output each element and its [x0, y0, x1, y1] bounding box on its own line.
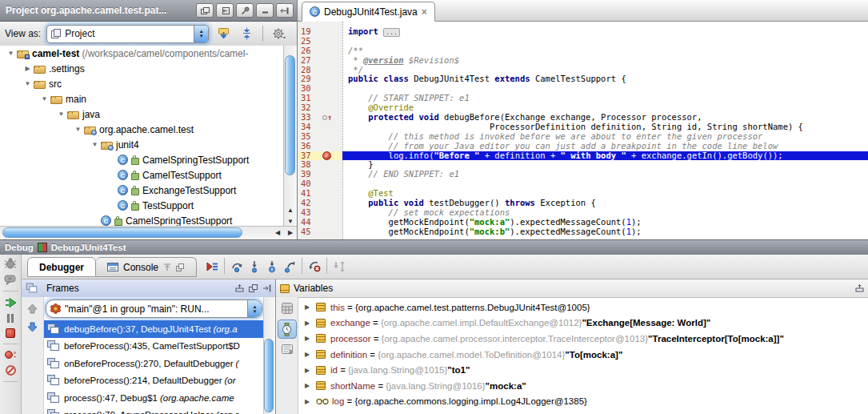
- tab-debugger[interactable]: Debugger: [27, 257, 96, 277]
- tree-expanded-arrow[interactable]: ▼: [89, 141, 101, 148]
- export-icon[interactable]: [163, 263, 171, 271]
- expand-arrow-icon[interactable]: ▶: [305, 351, 316, 358]
- tree-item[interactable]: ▼main: [0, 91, 284, 107]
- editor-tab[interactable]: C DebugJUnit4Test.java ×: [302, 2, 435, 22]
- tree-item[interactable]: CCamelSpringTestSupport: [0, 213, 284, 227]
- float-panel-icon[interactable]: [249, 284, 258, 292]
- line-number[interactable]: 35: [301, 132, 311, 142]
- tree-expanded-arrow[interactable]: ▼: [38, 95, 50, 102]
- project-horizontal-scrollbar[interactable]: ◀ ▶: [0, 226, 297, 239]
- tree-expanded-arrow[interactable]: ▼: [22, 80, 34, 87]
- view-breakpoints-icon[interactable]: [5, 350, 16, 360]
- step-over-icon[interactable]: [228, 257, 246, 276]
- line-number[interactable]: 25: [301, 37, 311, 46]
- scroll-up-button[interactable]: ▲: [284, 204, 297, 215]
- tree-item[interactable]: ▼org.apache.camel.test: [0, 122, 284, 137]
- thread-dropdown[interactable]: "main"@1 in group "main": RUN... ▲▼: [46, 299, 262, 318]
- stop-program-icon[interactable]: [6, 328, 15, 338]
- hide-panel-icon[interactable]: [276, 3, 294, 18]
- code-line[interactable]: 19import ...: [298, 27, 868, 37]
- expand-arrow-icon[interactable]: ▶: [305, 367, 316, 374]
- frame-row[interactable]: debugBefore():37, DebugJUnit4Test (org.a: [44, 320, 264, 338]
- frame-row[interactable]: process():47, Debug$1 (org.apache.came: [44, 389, 264, 407]
- code-line[interactable]: 29public class DebugJUnit4Test extends C…: [298, 74, 868, 84]
- variable-row[interactable]: ▶log = {org.apache.commons.logging.impl.…: [298, 394, 868, 410]
- variable-row[interactable]: ▶id = {java.lang.String@1015}"to1": [298, 362, 868, 378]
- rerun-debug-icon[interactable]: [4, 258, 17, 269]
- close-tab-icon[interactable]: ×: [422, 8, 427, 16]
- expand-arrow-icon[interactable]: ▶: [305, 335, 316, 342]
- variable-row[interactable]: ▶definition = {org.apache.camel.model.To…: [298, 347, 868, 363]
- tree-item[interactable]: CExchangeTestSupport: [0, 183, 284, 198]
- expand-arrow-icon[interactable]: ▶: [305, 398, 316, 405]
- tree-expanded-arrow[interactable]: ▼: [55, 111, 67, 118]
- run-to-cursor-icon[interactable]: [330, 257, 348, 276]
- frame-row[interactable]: process():70, AsyncProcessorHelper (org.…: [44, 407, 264, 414]
- watch-tool-selected[interactable]: [278, 320, 297, 339]
- line-number[interactable]: 27: [301, 56, 311, 66]
- mute-breakpoints-icon[interactable]: [6, 365, 16, 376]
- code-area[interactable]: 19import ...2526/**27 * @version $Revisi…: [298, 22, 868, 239]
- tree-expanded-arrow[interactable]: ▼: [5, 50, 17, 57]
- line-number[interactable]: 44: [301, 218, 311, 227]
- tree-expanded-arrow[interactable]: ▼: [72, 126, 84, 133]
- autoscroll-to-source-icon[interactable]: [214, 25, 232, 42]
- float-window-icon[interactable]: [196, 3, 214, 18]
- line-number[interactable]: 26: [301, 46, 311, 56]
- view-as-dropdown[interactable]: Project ▲▼: [46, 25, 209, 43]
- tree-item[interactable]: CCamelSpringTestSupport: [0, 152, 284, 167]
- tree-collapsed-arrow[interactable]: ▶: [22, 65, 34, 72]
- frame-row[interactable]: beforeProcess():435, CamelTestSupport$D: [44, 338, 264, 356]
- force-step-into-icon[interactable]: [263, 257, 281, 276]
- code-line[interactable]: 27 * @version $Revision$: [298, 56, 868, 66]
- minimize-icon[interactable]: [256, 3, 274, 18]
- evaluate-expression-icon[interactable]: [281, 302, 294, 315]
- code-line[interactable]: 45 getMockEndpoint("mock:b").expectedMes…: [298, 227, 868, 237]
- expand-arrow-icon[interactable]: ▶: [305, 320, 316, 327]
- tree-item[interactable]: ▼junit4: [0, 137, 284, 152]
- show-execution-point-icon[interactable]: [203, 257, 221, 276]
- tree-item[interactable]: ▼java: [0, 107, 284, 122]
- settings-gear-icon[interactable]: [270, 25, 288, 42]
- horizontal-scroll-thumb[interactable]: [2, 227, 242, 238]
- restore-panel-icon[interactable]: [235, 284, 244, 292]
- auto-variables-mode-icon[interactable]: a: [281, 344, 294, 355]
- frame-row[interactable]: onBeforeProcess():270, DefaultDebugger (: [44, 355, 264, 372]
- resume-program-icon[interactable]: [5, 297, 17, 308]
- breakpoint-icon[interactable]: ✓: [322, 151, 331, 160]
- vertical-scroll-thumb[interactable]: [285, 55, 295, 175]
- variable-row[interactable]: ▶shortName = {java.lang.String@1016}"moc…: [298, 378, 868, 394]
- scroll-right-button[interactable]: ▶: [284, 227, 297, 238]
- variable-row[interactable]: ▶processor = {org.apache.camel.processor…: [298, 331, 868, 347]
- pin-icon[interactable]: [236, 3, 254, 18]
- line-number[interactable]: 45: [301, 227, 311, 237]
- frame-row[interactable]: beforeProcess():214, DefaultDebugger (or: [44, 372, 264, 390]
- scroll-left-button[interactable]: ◀: [271, 227, 284, 238]
- step-out-icon[interactable]: [281, 257, 298, 276]
- code-line[interactable]: 37✓ log.info("Before " + definition + " …: [298, 151, 868, 161]
- dropdown-stepper[interactable]: ▲▼: [194, 26, 208, 42]
- float-console-icon[interactable]: [176, 263, 185, 271]
- frames-scroll-thumb[interactable]: [264, 339, 274, 412]
- expand-arrow-icon[interactable]: ▶: [305, 303, 316, 311]
- scroll-from-source-icon[interactable]: [216, 3, 234, 18]
- project-vertical-scrollbar[interactable]: ▲ ▼: [283, 46, 297, 227]
- step-into-icon[interactable]: [246, 257, 263, 276]
- previous-frame-icon[interactable]: [27, 303, 38, 314]
- tree-item[interactable]: ▼camel-test(/workspace/camel/components/…: [0, 46, 284, 61]
- thread-stepper[interactable]: ▲▼: [247, 300, 262, 317]
- scroll-down-button[interactable]: ▼: [284, 215, 297, 227]
- code-line[interactable]: 39 // END SNIPPET: e1: [298, 170, 868, 179]
- tree-item[interactable]: CCamelTestSupport: [0, 167, 284, 183]
- tree-item[interactable]: CTestSupport: [0, 198, 284, 213]
- restore-panel-icon[interactable]: [855, 284, 864, 292]
- tree-item[interactable]: ▶.settings: [0, 61, 284, 76]
- drop-frame-icon[interactable]: [306, 257, 323, 276]
- variable-row[interactable]: ▶this = {org.apache.camel.test.patterns.…: [298, 299, 868, 316]
- collapse-all-icon[interactable]: [238, 25, 255, 42]
- tab-console[interactable]: Console: [96, 257, 197, 277]
- dock-panel-icon[interactable]: [262, 284, 271, 292]
- variable-row[interactable]: ▶exchange = {org.apache.camel.impl.Defau…: [298, 316, 868, 332]
- tree-item[interactable]: ▼src: [0, 76, 284, 91]
- override-marker-icon[interactable]: ↑: [322, 113, 332, 122]
